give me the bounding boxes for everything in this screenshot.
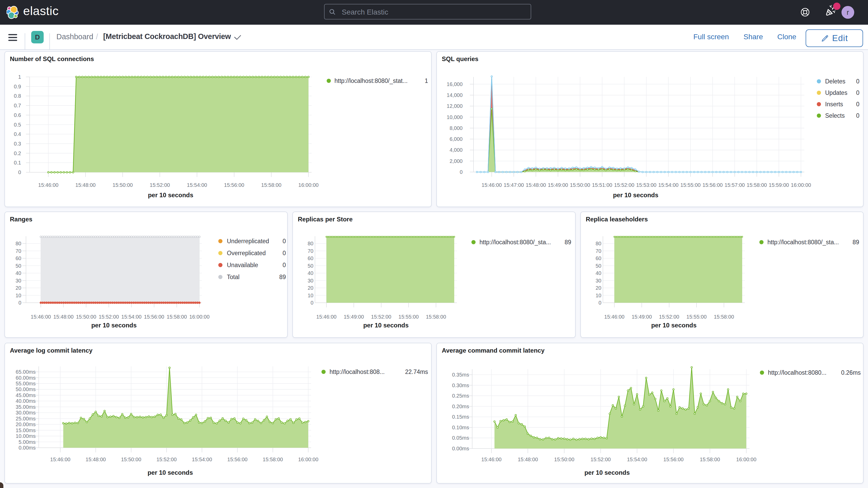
svg-text:15:48:00: 15:48:00 [518,457,538,462]
svg-text:65.00ms: 65.00ms [16,369,36,375]
svg-text:0: 0 [856,89,860,96]
svg-text:20: 20 [596,285,601,291]
svg-text:Average command commit latency: Average command commit latency [442,347,545,354]
svg-text:45.00ms: 45.00ms [16,392,36,398]
svg-text:0.25ms: 0.25ms [452,393,469,399]
svg-text:0: 0 [460,169,463,175]
svg-text:15:58:00: 15:58:00 [747,182,767,188]
svg-text:15:47:00: 15:47:00 [504,182,524,188]
svg-text:16:00:00: 16:00:00 [189,314,210,319]
svg-text:0.00ms: 0.00ms [452,446,469,451]
svg-text:Replicas per Store: Replicas per Store [298,216,353,223]
svg-text:15:56:00: 15:56:00 [703,182,723,188]
svg-text:30.00ms: 30.00ms [16,410,36,416]
svg-text:Total: Total [227,274,240,280]
svg-text:15:58:00: 15:58:00 [426,314,446,319]
svg-text:15:46:00: 15:46:00 [31,314,51,319]
svg-text:0.15ms: 0.15ms [452,414,469,420]
svg-text:50: 50 [308,263,313,269]
svg-text:per 10 seconds: per 10 seconds [613,191,658,199]
svg-text:0.9: 0.9 [14,84,21,89]
svg-text:16:00:00: 16:00:00 [298,457,318,462]
svg-text:Deletes: Deletes [825,78,845,85]
svg-text:0: 0 [856,101,860,108]
svg-text:15:50:00: 15:50:00 [121,457,142,462]
svg-text:0.1: 0.1 [14,160,21,165]
svg-text:0.26ms: 0.26ms [841,369,861,376]
svg-text:20: 20 [308,285,313,291]
svg-text:16,000: 16,000 [447,81,463,87]
svg-text:0.8: 0.8 [14,93,21,99]
svg-text:89: 89 [852,239,859,246]
svg-text:0.10ms: 0.10ms [452,425,469,430]
svg-text:80: 80 [596,241,601,246]
svg-text:50: 50 [16,263,21,269]
svg-text:12,000: 12,000 [447,103,463,109]
svg-text:15:52:00: 15:52:00 [371,314,392,319]
svg-text:Unavailable: Unavailable [227,262,258,268]
svg-text:15:52:00: 15:52:00 [99,314,119,319]
svg-text:1: 1 [425,78,428,84]
svg-text:89: 89 [564,239,571,246]
svg-text:15:58:00: 15:58:00 [263,457,283,462]
svg-text:15:58:00: 15:58:00 [166,314,187,319]
svg-text:30: 30 [16,278,21,283]
svg-text:15:51:00: 15:51:00 [592,182,612,188]
svg-text:50.00ms: 50.00ms [16,387,36,392]
svg-text:15:52:00: 15:52:00 [590,457,611,462]
svg-text:per 10 seconds: per 10 seconds [148,191,193,199]
svg-text:0.00ms: 0.00ms [19,445,36,451]
svg-text:http://localhost:8080...: http://localhost:8080... [768,369,827,376]
svg-text:15:54:00: 15:54:00 [121,314,142,319]
svg-text:15:54:00: 15:54:00 [627,457,647,462]
svg-text:15:58:00: 15:58:00 [714,314,734,319]
svg-text:Average log commit latency: Average log commit latency [10,347,93,354]
svg-text:15:48:00: 15:48:00 [86,457,106,462]
svg-text:30: 30 [308,278,313,283]
svg-text:15:48:00: 15:48:00 [526,182,546,188]
svg-text:40: 40 [308,270,313,276]
svg-text:70: 70 [308,248,313,254]
svg-text:6,000: 6,000 [450,136,463,142]
svg-text:15:46:00: 15:46:00 [316,314,337,319]
svg-text:15:59:00: 15:59:00 [769,182,789,188]
svg-text:15:55:00: 15:55:00 [680,182,701,188]
svg-text:15:50:00: 15:50:00 [554,457,574,462]
svg-text:16:00:00: 16:00:00 [791,182,811,188]
svg-text:15:48:00: 15:48:00 [53,314,73,319]
svg-text:30: 30 [596,278,601,283]
svg-text:15:55:00: 15:55:00 [398,314,418,319]
svg-text:60: 60 [16,255,21,261]
svg-text:per 10 seconds: per 10 seconds [91,322,137,329]
svg-text:15:58:00: 15:58:00 [261,182,281,188]
svg-text:15:53:00: 15:53:00 [636,182,656,188]
svg-text:15:56:00: 15:56:00 [224,182,244,188]
svg-text:14,000: 14,000 [447,92,463,98]
svg-text:0.2: 0.2 [14,150,21,156]
svg-text:0.3: 0.3 [14,141,21,147]
svg-text:0.4: 0.4 [14,131,21,137]
svg-text:20: 20 [16,285,21,291]
svg-text:15:50:00: 15:50:00 [570,182,590,188]
svg-text:0: 0 [856,112,860,119]
svg-text:89: 89 [279,274,286,280]
svg-text:Number of SQL connections: Number of SQL connections [10,55,94,62]
svg-text:40.00ms: 40.00ms [16,398,36,404]
svg-text:15.00ms: 15.00ms [16,427,36,433]
svg-text:10: 10 [16,293,21,298]
svg-text:0: 0 [282,238,286,245]
svg-text:40: 40 [16,270,21,276]
svg-text:Updates: Updates [825,89,847,96]
svg-text:15:52:00: 15:52:00 [150,182,170,188]
svg-text:15:52:00: 15:52:00 [156,457,177,462]
svg-text:0.20ms: 0.20ms [452,403,469,409]
svg-text:0: 0 [18,170,21,175]
svg-text:5.00ms: 5.00ms [19,439,36,445]
svg-text:Replica leaseholders: Replica leaseholders [586,216,648,223]
svg-text:per 10 seconds: per 10 seconds [651,322,697,329]
svg-text:0: 0 [311,300,313,306]
svg-text:http://localhost:8080/_sta...: http://localhost:8080/_sta... [768,239,839,246]
svg-text:0: 0 [598,300,601,306]
svg-text:15:50:00: 15:50:00 [76,314,96,319]
svg-text:50: 50 [596,263,601,269]
